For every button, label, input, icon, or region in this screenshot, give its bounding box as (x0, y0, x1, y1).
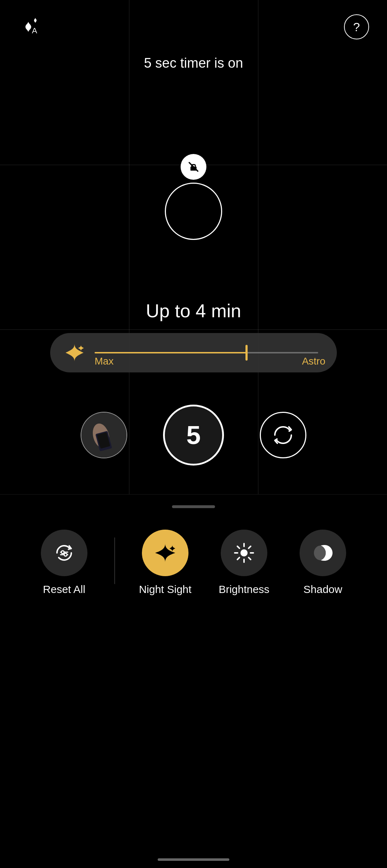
mode-item-night-sight[interactable]: Night Sight (137, 530, 194, 595)
mode-item-shadow[interactable]: Shadow (294, 530, 352, 595)
night-sight-pill-icon (62, 340, 87, 366)
slider-track (95, 352, 318, 353)
night-sight-icon (154, 541, 177, 565)
duration-text: Up to 4 min (146, 300, 241, 322)
focus-area[interactable] (165, 154, 222, 240)
flip-camera-icon (271, 423, 296, 448)
svg-line-18 (238, 558, 240, 560)
focus-circle (165, 183, 222, 240)
home-indicator (158, 858, 229, 861)
night-sight-label: Night Sight (139, 583, 192, 595)
svg-point-9 (64, 553, 67, 556)
night-sight-slider-pill[interactable]: Max Astro (50, 333, 337, 372)
bottom-panel: Reset All Night Sight (0, 494, 387, 868)
slider-thumb[interactable] (245, 345, 248, 361)
shadow-button[interactable] (300, 530, 346, 576)
svg-text:A: A (32, 26, 37, 35)
reset-all-label: Reset All (43, 583, 85, 595)
slider-label-astro: Astro (302, 356, 325, 367)
mode-divider (114, 537, 115, 584)
mode-item-reset-all[interactable]: Reset All (35, 530, 93, 595)
reset-all-icon (53, 542, 75, 564)
camera-controls: 5 (0, 405, 387, 466)
swipe-handle[interactable] (172, 505, 215, 508)
shadow-icon (312, 542, 334, 564)
focus-lock-icon (181, 154, 206, 180)
grid-line-h2 (0, 329, 387, 330)
shutter-button[interactable]: 5 (163, 405, 224, 466)
slider-fill (95, 352, 247, 353)
svg-line-17 (249, 546, 251, 549)
thumbnail-image (81, 413, 126, 458)
shadow-label: Shadow (304, 583, 342, 595)
brightness-icon (233, 542, 255, 564)
svg-point-10 (240, 549, 248, 556)
ai-auto-button[interactable]: A (18, 14, 43, 39)
svg-point-8 (61, 551, 64, 554)
timer-text: 5 sec timer is on (144, 56, 243, 71)
brightness-button[interactable] (221, 530, 267, 576)
flip-camera-button[interactable] (260, 412, 306, 458)
slider-track-area[interactable]: Max Astro (87, 352, 325, 353)
top-bar: A ? (0, 14, 387, 39)
svg-line-16 (249, 558, 251, 560)
night-sight-button[interactable] (142, 530, 188, 576)
help-button[interactable]: ? (344, 14, 369, 39)
thumbnail-button[interactable] (81, 412, 127, 458)
mode-item-brightness[interactable]: Brightness (215, 530, 273, 595)
brightness-label: Brightness (219, 583, 269, 595)
svg-line-15 (238, 546, 240, 549)
mode-row: Reset All Night Sight (0, 508, 387, 595)
reset-all-button[interactable] (41, 530, 87, 576)
question-mark: ? (353, 20, 360, 34)
slider-label-max: Max (95, 356, 114, 367)
shutter-countdown: 5 (186, 420, 201, 450)
